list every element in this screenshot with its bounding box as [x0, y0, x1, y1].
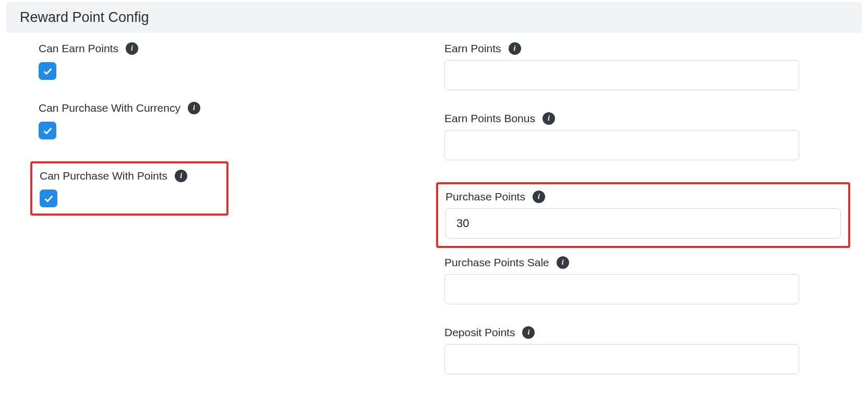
right-column: Earn Points i Earn Points Bonus i Purcha… — [434, 42, 862, 396]
deposit-points-label: Deposit Points — [444, 326, 515, 339]
field-earn-points: Earn Points i — [444, 42, 841, 90]
purchase-points-sale-label: Purchase Points Sale — [444, 256, 549, 269]
deposit-points-input[interactable] — [444, 344, 799, 374]
label-row: Can Purchase With Currency i — [39, 102, 424, 114]
label-row: Purchase Points Sale i — [444, 256, 841, 269]
info-icon[interactable]: i — [509, 42, 521, 55]
label-row: Purchase Points i — [445, 191, 841, 203]
highlight-purchase-points: Purchase Points i — [436, 182, 850, 248]
field-purchase-points-sale: Purchase Points Sale i — [444, 256, 841, 304]
purchase-points-label: Purchase Points — [445, 191, 525, 203]
check-icon — [43, 193, 54, 204]
left-column: Can Earn Points i Can Purchase With Curr… — [6, 42, 434, 396]
earn-points-label: Earn Points — [444, 42, 501, 55]
can-purchase-points-label: Can Purchase With Points — [40, 170, 167, 182]
can-purchase-points-checkbox[interactable] — [40, 189, 57, 207]
info-icon[interactable]: i — [522, 326, 535, 339]
label-row: Earn Points Bonus i — [444, 112, 841, 125]
highlight-can-purchase-points: Can Purchase With Points i — [30, 161, 228, 216]
check-icon — [42, 65, 53, 77]
purchase-points-sale-input[interactable] — [444, 274, 799, 304]
info-icon[interactable]: i — [188, 102, 200, 114]
can-earn-points-checkbox[interactable] — [39, 62, 56, 80]
info-icon[interactable]: i — [175, 170, 187, 182]
field-earn-points-bonus: Earn Points Bonus i — [444, 112, 841, 160]
field-can-purchase-currency: Can Purchase With Currency i — [39, 102, 424, 139]
field-deposit-points: Deposit Points i — [444, 326, 841, 374]
earn-points-bonus-input[interactable] — [444, 130, 799, 160]
info-icon[interactable]: i — [533, 191, 545, 203]
can-purchase-currency-label: Can Purchase With Currency — [39, 102, 180, 114]
earn-points-input[interactable] — [444, 60, 799, 90]
info-icon[interactable]: i — [542, 112, 555, 125]
info-icon[interactable]: i — [557, 256, 569, 269]
field-can-earn-points: Can Earn Points i — [39, 42, 424, 80]
section-title: Reward Point Config — [20, 9, 149, 25]
field-purchase-points: Purchase Points i — [445, 191, 841, 239]
can-purchase-currency-checkbox[interactable] — [39, 122, 56, 139]
purchase-points-input[interactable] — [445, 208, 841, 239]
label-row: Deposit Points i — [444, 326, 841, 339]
label-row: Earn Points i — [444, 42, 841, 55]
earn-points-bonus-label: Earn Points Bonus — [444, 112, 535, 125]
field-can-purchase-points: Can Purchase With Points i — [40, 170, 219, 207]
can-earn-points-label: Can Earn Points — [39, 42, 118, 55]
label-row: Can Earn Points i — [39, 42, 424, 55]
info-icon[interactable]: i — [126, 42, 138, 55]
check-icon — [42, 125, 53, 136]
label-row: Can Purchase With Points i — [40, 170, 219, 182]
form-grid: Can Earn Points i Can Purchase With Curr… — [6, 33, 862, 396]
section-header: Reward Point Config — [6, 2, 862, 33]
